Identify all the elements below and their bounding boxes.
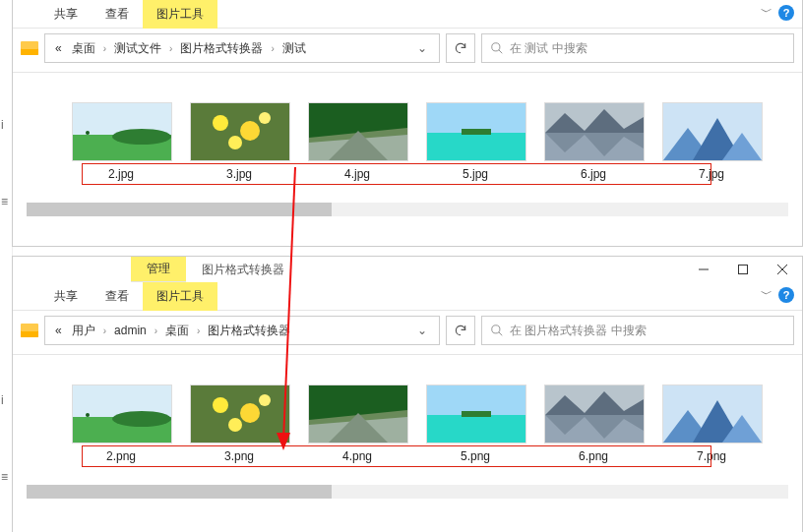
chevron-right-icon: › — [153, 325, 159, 336]
crumb[interactable]: 桌面 — [161, 321, 193, 341]
svg-point-24 — [492, 43, 500, 51]
chevron-right-icon: › — [269, 43, 276, 54]
svg-line-25 — [499, 50, 503, 54]
chevron-right-icon: › — [195, 325, 202, 336]
ribbon-collapse-icon[interactable]: ﹀ — [761, 286, 772, 303]
crumb-overflow[interactable]: « — [51, 322, 66, 339]
tab-share[interactable]: 共享 — [40, 282, 92, 311]
thumbnail — [190, 384, 290, 443]
crumb[interactable]: 测试 — [278, 38, 310, 59]
chevron-right-icon: › — [101, 43, 108, 54]
crumb[interactable]: 测试文件 — [110, 38, 165, 59]
crumb[interactable]: 图片格式转换器 — [176, 38, 267, 59]
crumb[interactable]: 桌面 — [68, 38, 99, 59]
breadcrumb[interactable]: « 用户› admin› 桌面› 图片格式转换器 ⌄ — [44, 316, 440, 345]
search-placeholder: 在 图片格式转换器 中搜索 — [510, 323, 647, 339]
crumb[interactable]: admin — [110, 322, 151, 339]
help-icon[interactable]: ? — [778, 5, 794, 21]
thumbnail — [662, 384, 763, 443]
crumb[interactable]: 用户 — [68, 321, 99, 341]
close-button[interactable] — [763, 257, 802, 282]
maximize-button[interactable] — [723, 257, 763, 282]
thumbnail — [662, 102, 763, 161]
search-input[interactable]: 在 图片格式转换器 中搜索 — [481, 316, 794, 345]
ribbon: 共享 查看 图片工具 ﹀ ? — [13, 282, 802, 311]
chevron-right-icon: › — [101, 325, 108, 336]
tab-share[interactable]: 共享 — [40, 0, 92, 29]
svg-point-30 — [492, 325, 500, 333]
thumbnail — [544, 102, 645, 161]
search-icon — [490, 41, 504, 55]
title-bar: 管理 图片格式转换器 — [13, 257, 802, 282]
chevron-right-icon: › — [167, 43, 174, 54]
search-placeholder: 在 测试 中搜索 — [510, 40, 587, 57]
tab-picture-tools[interactable]: 图片工具 — [143, 282, 217, 311]
thumbnail — [72, 384, 172, 443]
breadcrumb[interactable]: « 桌面› 测试文件› 图片格式转换器› 测试 ⌄ — [44, 33, 440, 63]
context-tab[interactable]: 管理 — [131, 257, 186, 282]
crumb[interactable]: 图片格式转换器 — [204, 321, 294, 341]
thumbnail — [72, 102, 172, 161]
thumbnail — [308, 102, 408, 161]
address-dropdown-icon[interactable]: ⌄ — [411, 41, 433, 55]
refresh-button[interactable] — [446, 33, 475, 63]
thumbnail — [190, 102, 290, 161]
thumbnail — [426, 102, 526, 161]
thumbnail — [544, 384, 645, 443]
folder-icon — [21, 324, 38, 337]
address-dropdown-icon[interactable]: ⌄ — [411, 324, 433, 337]
horizontal-scrollbar[interactable] — [27, 485, 788, 499]
horizontal-scrollbar[interactable] — [27, 203, 788, 216]
ribbon: 共享 查看 图片工具 ﹀ ? — [13, 0, 802, 29]
svg-line-31 — [499, 332, 503, 336]
minimize-button[interactable] — [684, 257, 723, 282]
tab-picture-tools[interactable]: 图片工具 — [143, 0, 217, 29]
folder-icon — [21, 41, 38, 55]
crumb-overflow[interactable]: « — [51, 39, 66, 57]
search-input[interactable]: 在 测试 中搜索 — [481, 33, 794, 63]
tab-view[interactable]: 查看 — [92, 0, 143, 29]
tab-view[interactable]: 查看 — [92, 282, 143, 311]
ribbon-collapse-icon[interactable]: ﹀ — [761, 4, 772, 21]
annotation-box — [82, 163, 711, 185]
svg-rect-27 — [739, 266, 748, 274]
search-icon — [490, 324, 504, 337]
window-title: 图片格式转换器 — [186, 258, 300, 282]
annotation-box — [82, 445, 711, 467]
refresh-button[interactable] — [446, 316, 475, 345]
help-icon[interactable]: ? — [778, 287, 794, 303]
thumbnail — [308, 384, 408, 443]
thumbnail — [426, 384, 526, 443]
